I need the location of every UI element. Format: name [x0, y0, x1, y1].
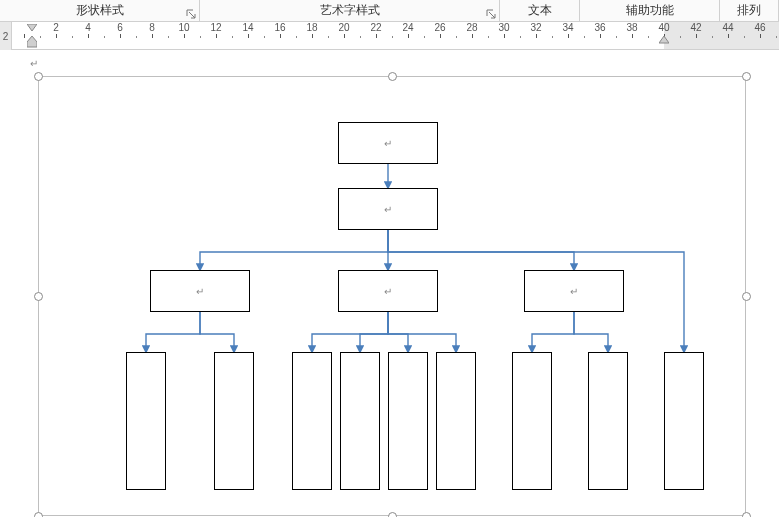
ruler-tick — [72, 36, 73, 38]
ruler-tick — [120, 34, 121, 38]
ruler-tick — [712, 36, 713, 38]
paragraph-mark: ↵ — [30, 58, 38, 69]
connector[interactable] — [388, 230, 574, 270]
shape-b5[interactable] — [388, 352, 428, 490]
ruler-tick — [24, 34, 25, 38]
connector[interactable] — [388, 312, 456, 352]
connector[interactable] — [574, 312, 608, 352]
ruler-number: 12 — [210, 22, 221, 33]
ruler-number: 30 — [498, 22, 509, 33]
ruler-number: 4 — [85, 22, 91, 33]
ruler-tick — [760, 34, 761, 38]
ruler-left-cap: 2 — [0, 22, 12, 50]
shape-b1[interactable] — [126, 352, 166, 490]
right-indent-marker[interactable] — [659, 36, 669, 44]
connector[interactable] — [312, 312, 388, 352]
ruler-tick — [504, 34, 505, 38]
first-indent-marker[interactable] — [27, 24, 37, 32]
ruler-tick — [776, 36, 777, 38]
ruler-tick — [136, 36, 137, 38]
ruler-number: 44 — [722, 22, 733, 33]
ribbon-bar: 形状样式艺术字样式文本辅助功能排列 — [0, 0, 779, 22]
shape-b8[interactable] — [588, 352, 628, 490]
dialog-launcher-icon[interactable] — [486, 9, 496, 19]
ruler-number: 10 — [178, 22, 189, 33]
connector[interactable] — [200, 312, 234, 352]
shape-placeholder-mark: ↵ — [196, 286, 204, 297]
ruler-number: 32 — [530, 22, 541, 33]
ruler-tick — [616, 36, 617, 38]
ruler-number: 24 — [402, 22, 413, 33]
ribbon-group-2[interactable]: 文本 — [500, 0, 580, 21]
connector[interactable] — [532, 312, 574, 352]
ribbon-group-1[interactable]: 艺术字样式 — [200, 0, 500, 21]
ruler-tick — [312, 34, 313, 38]
ruler-number: 40 — [658, 22, 669, 33]
document-canvas[interactable]: ↵ ↵↵↵↵↵ — [0, 50, 779, 517]
shape-b7[interactable] — [512, 352, 552, 490]
ruler-tick — [280, 34, 281, 38]
org-chart-diagram[interactable]: ↵↵↵↵↵ — [38, 76, 746, 516]
ruler-number: 18 — [306, 22, 317, 33]
ribbon-group-label: 辅助功能 — [626, 2, 674, 19]
ruler-number: 8 — [149, 22, 155, 33]
ruler-tick — [568, 34, 569, 38]
ribbon-group-3[interactable]: 辅助功能 — [580, 0, 720, 21]
ruler-tick — [488, 36, 489, 38]
ruler-tick — [600, 34, 601, 38]
ruler-number: 34 — [562, 22, 573, 33]
ruler-tick — [328, 36, 329, 38]
shape-root[interactable]: ↵ — [338, 122, 438, 164]
ruler-tick — [248, 34, 249, 38]
shape-b3[interactable] — [292, 352, 332, 490]
hanging-indent-marker[interactable] — [27, 36, 37, 48]
ruler-row: 2 24681012141618202224262830323436384042… — [0, 22, 779, 50]
dialog-launcher-icon[interactable] — [186, 9, 196, 19]
ruler-tick — [296, 36, 297, 38]
ruler-number: 42 — [690, 22, 701, 33]
svg-marker-0 — [27, 24, 37, 31]
connector[interactable] — [146, 312, 200, 352]
connector[interactable] — [200, 230, 388, 270]
shape-b2[interactable] — [214, 352, 254, 490]
ruler-number: 28 — [466, 22, 477, 33]
shape-b9[interactable] — [664, 352, 704, 490]
shape-L2b[interactable]: ↵ — [338, 270, 438, 312]
horizontal-ruler[interactable]: 2468101214161820222426283032343638404244… — [12, 22, 779, 50]
ruler-number: 38 — [626, 22, 637, 33]
ruler-tick — [360, 36, 361, 38]
ruler-tick — [168, 36, 169, 38]
ruler-number: 14 — [242, 22, 253, 33]
ruler-tick — [88, 34, 89, 38]
connector[interactable] — [388, 312, 408, 352]
ruler-tick — [104, 36, 105, 38]
ruler-number: 16 — [274, 22, 285, 33]
ruler-tick — [152, 34, 153, 38]
ribbon-group-label: 排列 — [737, 2, 761, 19]
shape-l1[interactable]: ↵ — [338, 188, 438, 230]
ruler-tick — [344, 34, 345, 38]
ribbon-group-4[interactable]: 排列 — [720, 0, 779, 21]
ruler-tick — [552, 36, 553, 38]
ruler-tick — [200, 36, 201, 38]
shape-L2a[interactable]: ↵ — [150, 270, 250, 312]
svg-marker-2 — [659, 36, 669, 43]
ruler-tick — [520, 36, 521, 38]
ruler-tick — [680, 36, 681, 38]
ruler-tick — [392, 36, 393, 38]
shape-b6[interactable] — [436, 352, 476, 490]
ribbon-group-0[interactable]: 形状样式 — [0, 0, 200, 21]
ruler-tick — [536, 34, 537, 38]
ruler-tick — [440, 34, 441, 38]
connector[interactable] — [360, 312, 388, 352]
ruler-tick — [472, 34, 473, 38]
ruler-left-label: 2 — [3, 31, 9, 42]
shape-placeholder-mark: ↵ — [570, 286, 578, 297]
ribbon-group-label: 形状样式 — [76, 2, 124, 19]
ruler-number: 36 — [594, 22, 605, 33]
ruler-tick — [40, 36, 41, 38]
shape-L2c[interactable]: ↵ — [524, 270, 624, 312]
ruler-tick — [184, 34, 185, 38]
shape-b4[interactable] — [340, 352, 380, 490]
ruler-number: 26 — [434, 22, 445, 33]
